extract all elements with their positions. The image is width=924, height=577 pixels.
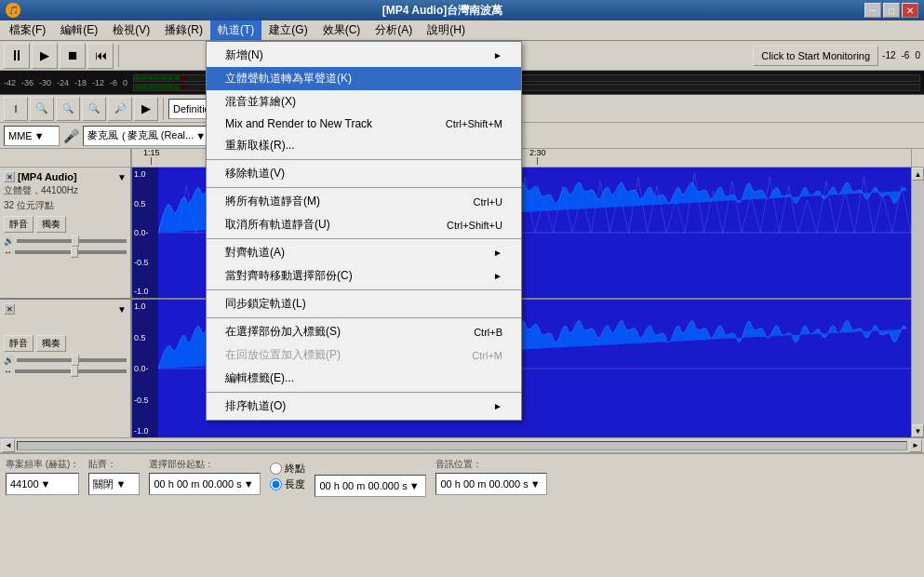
track1-vol-icon: 🔊: [4, 236, 14, 246]
tool-zoom-out[interactable]: 🔍: [56, 97, 80, 121]
track2-close[interactable]: ✕: [4, 303, 15, 315]
length-radio[interactable]: [270, 478, 282, 490]
tool-zoom-in[interactable]: 🔍: [30, 97, 54, 121]
device-dropdown[interactable]: MME ▼: [4, 126, 60, 146]
track1-pan-icon: ↔: [4, 248, 12, 257]
menu-analyze[interactable]: 分析(A): [368, 20, 420, 40]
tool-select[interactable]: I: [4, 97, 28, 121]
track2-solo[interactable]: 獨奏: [36, 335, 66, 352]
selection-start-field: 選擇部份起點： 00 h 00 m 00.000 s ▼: [149, 458, 261, 495]
snap-dropdown[interactable]: 關閉 ▼: [88, 473, 140, 495]
end-value[interactable]: 00 h 00 m 00.000 s ▼: [315, 475, 426, 497]
submenu-arrow-sort: ►: [493, 401, 502, 411]
snap-field: 貼齊： 關閉 ▼: [88, 458, 140, 495]
menu-effect[interactable]: 效果(C): [315, 20, 368, 40]
track1-dropdown-arrow[interactable]: ▼: [117, 172, 127, 182]
menu-tracks[interactable]: 軌道(T): [210, 20, 261, 40]
sep4: [207, 289, 521, 290]
app-icon: 🎵: [6, 3, 20, 18]
vu-l-18: -18: [74, 78, 87, 87]
track1-info2: 32 位元浮點: [4, 199, 127, 212]
track1-label: ✕ [MP4 Audio] ▼ 立體聲，44100Hz 32 位元浮點 靜音 獨…: [0, 168, 130, 300]
mic-device-dropdown[interactable]: 麥克風 ( 麥克風 (Real... ▼: [83, 126, 210, 146]
shortcut-mix-render-new: Ctrl+Shift+M: [446, 118, 502, 129]
shortcut-unmute-all: Ctrl+Shift+U: [447, 220, 502, 231]
track1-solo[interactable]: 獨奏: [36, 216, 66, 233]
sep2: [207, 187, 521, 188]
menu-generate[interactable]: 建立(G): [261, 20, 315, 40]
endpoint-options: 終點 長度: [270, 462, 305, 491]
audio-pos-value[interactable]: 00 h 00 m 00.000 s ▼: [435, 473, 547, 495]
track1-volume-slider[interactable]: [17, 239, 127, 243]
menu-item-resample[interactable]: 重新取樣(R)...: [207, 134, 521, 157]
tool-sep: [163, 98, 164, 120]
play-button[interactable]: ▶: [32, 43, 58, 69]
vu-labels-right: -12 -6 0: [882, 50, 920, 60]
menu-item-mix-render-new[interactable]: Mix and Render to New Track Ctrl+Shift+M: [207, 114, 521, 134]
menu-view[interactable]: 檢視(V): [105, 20, 157, 40]
menu-file[interactable]: 檔案(F): [2, 20, 53, 40]
pause-button[interactable]: ⏸: [4, 43, 30, 69]
selection-start-label: 選擇部份起點：: [149, 458, 261, 471]
toolbar-separator-1: [118, 45, 119, 67]
end-radio[interactable]: [270, 463, 282, 475]
track1-pan-slider[interactable]: [15, 250, 127, 254]
track2-volume-slider[interactable]: [17, 358, 127, 362]
menu-item-stereo-to-mono[interactable]: 立體聲軌道轉為單聲道(K): [207, 67, 521, 90]
vu-l-42: -42: [4, 78, 16, 87]
sep3: [207, 238, 521, 239]
vu-left-labels: -42 -36 -30 -24 -18 -12 -6 0: [4, 78, 127, 87]
menu-item-mute-all[interactable]: 將所有軌道靜音(M) Ctrl+U: [207, 190, 521, 213]
menu-item-unmute-all[interactable]: 取消所有軌道靜音(U) Ctrl+Shift+U: [207, 213, 521, 236]
track1-close[interactable]: ✕: [4, 171, 15, 182]
track2-pan-icon: ↔: [4, 367, 12, 376]
menu-item-add-label-playback[interactable]: 在回放位置加入標籤(P) Ctrl+M: [207, 343, 521, 367]
shortcut-add-label-pb: Ctrl+M: [472, 350, 502, 361]
monitoring-click-start[interactable]: Click to Start Monitoring: [753, 46, 878, 66]
menu-transport[interactable]: 播錄(R): [157, 20, 210, 40]
submenu-arrow-move: ►: [493, 271, 502, 281]
vu-l-12: -12: [92, 78, 104, 87]
submenu-arrow-new: ►: [493, 50, 502, 60]
vu-label-minus12: -12: [882, 50, 895, 60]
tracks-dropdown-menu: 新增(N) ► 立體聲軌道轉為單聲道(K) 混音並算繪(X) Mix and R…: [206, 41, 522, 421]
horizontal-scrollbar[interactable]: ◄ ►: [0, 437, 924, 452]
audio-pos-label: 音訊位置：: [435, 458, 547, 471]
mic-icon: 🎤: [63, 128, 79, 143]
track1-mute[interactable]: 靜音: [4, 216, 33, 233]
tool-zoom-3[interactable]: 🔍: [82, 97, 106, 121]
vu-l-30: -30: [39, 78, 51, 87]
menu-help[interactable]: 說明(H): [420, 20, 473, 40]
track2-pan-slider[interactable]: [15, 369, 127, 373]
title-bar: 🎵 [MP4 Audio]台灣南波萬 ─ □ ✕: [0, 0, 924, 20]
selection-start-value[interactable]: 00 h 00 m 00.000 s ▼: [149, 473, 261, 495]
track2-dropdown-arrow[interactable]: ▼: [117, 304, 127, 315]
menu-edit[interactable]: 編輯(E): [53, 20, 105, 40]
close-button[interactable]: ✕: [902, 3, 918, 18]
status-bar: 專案頻率 (赫茲)： 44100 ▼ 貼齊： 關閉 ▼ 選擇部份起點： 00 h…: [0, 452, 924, 499]
snap-label: 貼齊：: [88, 458, 140, 471]
menu-item-add-label-selection[interactable]: 在選擇部份加入標籤(S) Ctrl+B: [207, 320, 521, 343]
menu-item-edit-labels[interactable]: 編輯標籤(E)...: [207, 367, 521, 390]
shortcut-add-label: Ctrl+B: [474, 327, 502, 338]
menu-item-move-selection[interactable]: 當對齊時移動選擇部份(C) ►: [207, 264, 521, 288]
track1-info1: 立體聲，44100Hz: [4, 184, 127, 197]
minimize-button[interactable]: ─: [864, 3, 881, 18]
tool-zoom-4[interactable]: 🔎: [108, 97, 132, 121]
vertical-scrollbar[interactable]: ▲ ▼: [911, 168, 924, 437]
tool-play[interactable]: ▶: [134, 97, 158, 121]
menu-item-mix-render[interactable]: 混音並算繪(X): [207, 90, 521, 114]
menu-item-sort-tracks[interactable]: 排序軌道(O) ►: [207, 395, 521, 418]
menu-item-sync-lock[interactable]: 同步鎖定軌道(L): [207, 292, 521, 315]
sample-rate-dropdown[interactable]: 44100 ▼: [6, 473, 79, 495]
menu-bar: 檔案(F) 編輯(E) 檢視(V) 播錄(R) 軌道(T) 建立(G) 效果(C…: [0, 20, 924, 41]
end-value-field: 00 h 00 m 00.000 s ▼: [315, 456, 426, 497]
menu-item-remove-track[interactable]: 移除軌道(V): [207, 162, 521, 185]
track2-mute[interactable]: 靜音: [4, 335, 33, 352]
maximize-button[interactable]: □: [883, 3, 900, 18]
stop-button[interactable]: ⏹: [60, 43, 86, 69]
vu-label-0: 0: [915, 50, 920, 60]
menu-item-new[interactable]: 新增(N) ►: [207, 44, 521, 67]
skip-back-button[interactable]: ⏮: [87, 43, 114, 69]
menu-item-align-tracks[interactable]: 對齊軌道(A) ►: [207, 241, 521, 264]
